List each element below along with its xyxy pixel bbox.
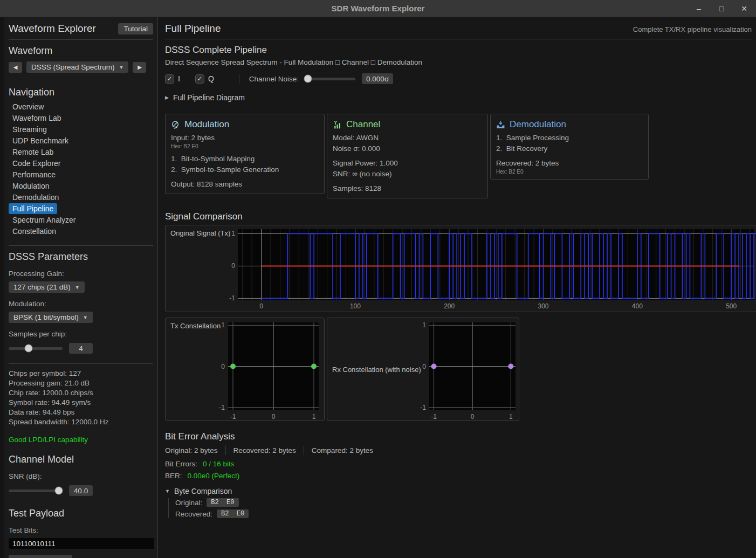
slider-handle[interactable] [55,487,63,495]
channel-samples: Samples: 8128 [333,183,482,194]
processing-gain-value: 127 chips (21 dB) [13,283,71,291]
processing-gain-select[interactable]: 127 chips (21 dB) ▼ [9,281,85,293]
channel-signal-power: Signal Power: 1.000 [333,158,482,169]
divider [304,446,304,455]
chevron-down-icon: ▼ [75,285,80,290]
svg-text:1: 1 [231,230,235,237]
sidebar-item-streaming[interactable]: Streaming [9,124,51,135]
recovered-bytes-stat: Recovered: 2 bytes [233,446,296,454]
test-bits-label: Test Bits: [9,526,153,534]
i-checkbox[interactable]: ✓ I [165,74,180,84]
slider-handle[interactable] [304,75,312,83]
satellite-dish-icon [171,120,180,129]
svg-text:100: 100 [350,302,361,310]
next-icon: ▶ [138,64,142,70]
recovered-hex-bytes: B2 E0 [217,509,249,518]
channel-card: Channel Model: AWGN Noise σ: 0.000 Signa… [327,114,488,198]
sidebar-item-demodulation[interactable]: Demodulation [9,192,63,203]
modulation-card-title: Modulation [184,119,229,130]
tx-constellation-group: Tx Constellation -101-101 [165,318,325,421]
samples-per-chip-label: Samples per chip: [9,330,153,338]
svg-text:300: 300 [538,302,549,310]
svg-text:1: 1 [509,413,513,421]
check-icon: ✓ [195,74,204,84]
sidebar-item-spectrum-analyzer[interactable]: Spectrum Analyzer [9,215,80,225]
q-checkbox-label: Q [208,74,214,83]
full-pipeline-diagram-toggle[interactable]: ▶ Full Pipeline Diagram [165,93,752,102]
ber-value: 0.00e0 (Perfect) [188,472,240,480]
byte-comparison-label: Byte Comparison [174,487,232,495]
modulation-hex: Hex: B2 E0 [171,143,319,150]
waveform-select[interactable]: DSSS (Spread Spectrum) ▼ [26,61,128,73]
sidebar-item-constellation[interactable]: Constellation [9,226,60,237]
bit-error-analysis-heading: Bit Error Analysis [165,431,752,442]
generate-signal-button[interactable]: Generate Signal [9,555,72,558]
slider-handle[interactable] [25,345,33,353]
page-title: Full Pipeline [165,23,221,35]
i-checkbox-label: I [178,74,180,83]
sidebar-item-performance[interactable]: Performance [9,169,59,180]
samples-per-chip-slider[interactable] [9,344,63,353]
modulation-step1: 1. Bit-to-Symbol Mapping [171,154,319,164]
sidebar-item-waveform-lab[interactable]: Waveform Lab [9,113,65,123]
pipeline-subheading: Direct Sequence Spread Spectrum - Full M… [165,58,752,66]
byte-comparison-toggle[interactable]: ▼ Byte Comparison [165,487,752,495]
minimize-icon[interactable]: – [695,4,703,13]
prev-waveform-button[interactable]: ◀ [9,62,22,73]
sidebar-item-remote-lab[interactable]: Remote Lab [9,147,57,157]
bit-errors-label: Bit Errors: [165,460,197,468]
rx-constellation-group: Rx Constellation (with noise) -101-101 [327,318,519,421]
svg-text:1: 1 [422,321,426,329]
dsss-stats: Chips per symbol: 127 Processing gain: 2… [9,369,153,427]
signal-bars-icon [333,120,342,129]
rx-constellation-plot[interactable]: -101-101 [327,318,519,421]
titlebar: SDR Waveform Explorer – □ ✕ [0,0,756,17]
recovered-hex-label: Recovered: [175,510,212,518]
channel-noise-slider[interactable] [304,74,355,83]
sidebar-item-overview[interactable]: Overview [9,101,47,112]
divider [9,245,153,246]
slider-track [304,78,355,80]
svg-text:-1: -1 [420,404,426,411]
bit-errors-value: 0 / 16 bits [203,460,235,468]
svg-text:400: 400 [632,302,643,310]
maximize-icon[interactable]: □ [717,4,726,13]
chevron-down-icon: ▼ [83,315,88,320]
next-waveform-button[interactable]: ▶ [133,62,146,73]
modulation-input: Input: 2 bytes [171,133,319,143]
samples-per-chip-value[interactable]: 4 [69,343,93,354]
sidebar-item-udp-benchmark[interactable]: UDP Benchmark [9,135,72,146]
close-icon[interactable]: ✕ [740,4,748,13]
sidebar-item-code-explorer[interactable]: Code Explorer [9,158,65,169]
modulation-output: Output: 8128 samples [171,179,319,190]
channel-noise-label: Channel Noise: [249,75,299,83]
sidebar-item-full-pipeline[interactable]: Full Pipeline [9,203,57,214]
snr-label: SNR (dB): [9,472,153,480]
tx-signal-plot[interactable]: 0100200300400500-101 [166,225,756,312]
svg-text:0: 0 [422,363,426,370]
snr-slider[interactable] [9,486,63,495]
window-title: SDR Waveform Explorer [332,4,425,13]
chevron-down-icon: ▼ [119,65,124,70]
channel-snr: SNR: ∞ (no noise) [333,169,482,180]
test-bits-input[interactable] [9,538,154,549]
snr-value[interactable]: 40.0 [69,485,93,496]
tutorial-button[interactable]: Tutorial [118,23,153,35]
demodulation-step1: 1. Sample Processing [496,133,643,143]
channel-noise-value[interactable]: 0.000σ [362,73,393,84]
demodulation-card-title: Demodulation [510,119,566,130]
divider [239,74,239,84]
sidebar-item-modulation[interactable]: Modulation [9,181,53,191]
expanded-triangle-icon: ▼ [165,488,170,494]
test-payload-heading: Test Payload [9,508,153,519]
ber-label: BER: [165,472,182,480]
demodulation-card: Demodulation 1. Sample Processing 2. Bit… [490,114,649,180]
modulation-select[interactable]: BPSK (1 bit/symbol) ▼ [9,312,93,323]
demodulation-recovered: Recovered: 2 bytes [496,158,643,169]
byte-comparison-body: Original: B2 E0 Recovered: B2 E0 [168,498,752,518]
tx-constellation-plot[interactable]: -101-101 [166,318,324,421]
modulation-card: Modulation Input: 2 bytes Hex: B2 E0 1. … [165,114,325,194]
q-checkbox[interactable]: ✓ Q [195,74,214,84]
stat-processing-gain: Processing gain: 21.0 dB [9,378,153,388]
divider [9,39,153,40]
